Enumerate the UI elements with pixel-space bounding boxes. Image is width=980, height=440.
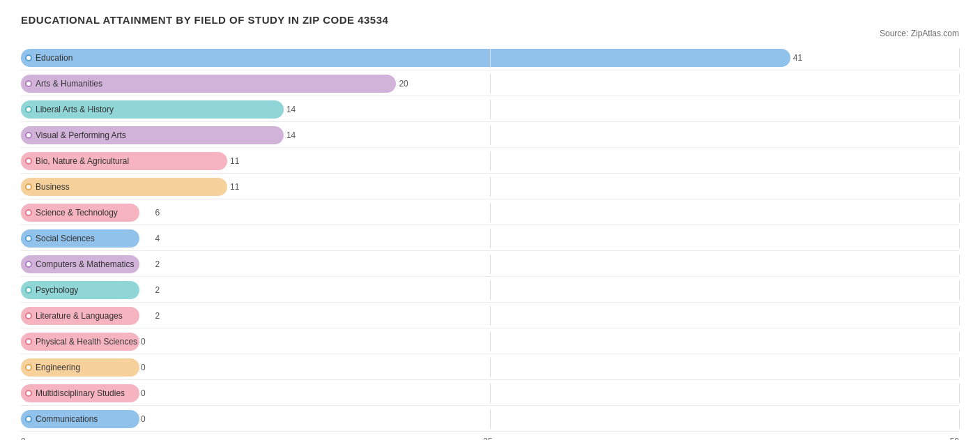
x-label-0: 0 [21, 437, 26, 440]
grid-line-mid [490, 74, 491, 93]
dot-icon [25, 235, 32, 242]
grid-line-mid [490, 151, 491, 171]
bar-value: 6 [155, 208, 160, 218]
bar-value: 14 [286, 130, 296, 140]
grid-line-end [959, 126, 960, 145]
grid-line-end [959, 177, 960, 197]
grid-line-mid [490, 384, 491, 403]
table-row: Social Sciences 4 [21, 226, 959, 251]
table-row: Engineering 0 [21, 355, 959, 380]
dot-icon [25, 80, 32, 87]
table-row: Psychology 2 [21, 278, 959, 303]
table-row: Education 41 [21, 45, 959, 70]
grid-line-mid [490, 409, 491, 429]
x-label-50: 50 [950, 437, 959, 440]
grid-line-end [959, 409, 960, 429]
dot-icon [25, 183, 32, 190]
bar-label: Physical & Health Sciences [21, 333, 144, 351]
bar-label: Bio, Nature & Agricultural [21, 152, 136, 170]
source-label: Source: ZipAtlas.com [21, 29, 959, 38]
dot-icon [25, 209, 32, 216]
bar-value: 11 [230, 182, 239, 192]
bar-label: Visual & Performing Arts [21, 126, 133, 144]
bar-label: Communications [21, 410, 105, 428]
grid-line-mid [490, 48, 491, 68]
grid-line-mid [490, 203, 491, 222]
dot-icon [25, 261, 32, 268]
bar-label: Science & Technology [21, 204, 125, 222]
grid-line-mid [490, 280, 491, 300]
grid-line-end [959, 255, 960, 274]
dot-icon [25, 106, 32, 113]
grid-line-mid [490, 358, 491, 377]
dot-icon [25, 416, 32, 423]
x-axis: 0 25 50 [21, 432, 959, 440]
dot-icon [25, 158, 32, 165]
bar-track [21, 49, 790, 67]
chart-title: EDUCATIONAL ATTAINMENT BY FIELD OF STUDY… [21, 14, 959, 26]
bar-label: Computers & Mathematics [21, 255, 141, 273]
x-label-25: 25 [483, 437, 492, 440]
table-row: Liberal Arts & History 14 [21, 97, 959, 122]
bar-value: 0 [141, 414, 146, 424]
bar-label: Literature & Languages [21, 307, 130, 325]
chart-inner: Education 41 Arts & Humanities 20 [21, 45, 959, 432]
bar-value: 2 [155, 259, 160, 269]
grid-line-end [959, 358, 960, 377]
grid-line-end [959, 151, 960, 171]
bar-value: 0 [141, 363, 146, 372]
grid-line-end [959, 306, 960, 326]
bar-value: 0 [141, 388, 146, 398]
grid-line-end [959, 229, 960, 248]
table-row: Computers & Mathematics 2 [21, 252, 959, 277]
bar-value: 41 [793, 53, 802, 63]
grid-line-mid [490, 306, 491, 326]
grid-line-mid [490, 126, 491, 145]
table-row: Multidisciplinary Studies 0 [21, 381, 959, 406]
table-row: Bio, Nature & Agricultural 11 [21, 149, 959, 174]
bar-value: 4 [155, 234, 160, 243]
table-row: Business 11 [21, 174, 959, 199]
bar-label: Business [21, 178, 77, 196]
grid-line-end [959, 74, 960, 93]
grid-line-end [959, 280, 960, 300]
table-row: Visual & Performing Arts 14 [21, 123, 959, 148]
bar-value: 11 [230, 156, 239, 166]
grid-line-end [959, 384, 960, 403]
bar-label: Arts & Humanities [21, 75, 109, 93]
bar-label: Social Sciences [21, 229, 102, 248]
bar-value: 14 [286, 105, 296, 114]
grid-line-mid [490, 100, 491, 119]
grid-line-end [959, 100, 960, 119]
grid-line-mid [490, 177, 491, 197]
bar-label: Psychology [21, 281, 85, 299]
bar-label: Education [21, 49, 79, 67]
bar-value: 2 [155, 285, 160, 295]
table-row: Physical & Health Sciences 0 [21, 329, 959, 354]
table-row: Communications 0 [21, 407, 959, 432]
dot-icon [25, 390, 32, 397]
bar-value: 20 [399, 79, 408, 89]
grid-line-mid [490, 332, 491, 351]
dot-icon [25, 54, 32, 61]
dot-icon [25, 338, 32, 345]
bar-value: 0 [141, 337, 146, 347]
grid-line-end [959, 332, 960, 351]
grid-line-mid [490, 255, 491, 274]
dot-icon [25, 312, 32, 319]
bar-label: Engineering [21, 358, 87, 377]
grid-line-end [959, 48, 960, 68]
chart-container: Education 41 Arts & Humanities 20 [21, 45, 959, 440]
table-row: Arts & Humanities 20 [21, 71, 959, 96]
dot-icon [25, 132, 32, 139]
table-row: Science & Technology 6 [21, 200, 959, 225]
bar-value: 2 [155, 311, 160, 321]
grid-line-end [959, 203, 960, 222]
grid-line-mid [490, 229, 491, 248]
table-row: Literature & Languages 2 [21, 303, 959, 328]
dot-icon [25, 287, 32, 294]
bar-label: Liberal Arts & History [21, 100, 121, 119]
bar-label: Multidisciplinary Studies [21, 384, 132, 402]
dot-icon [25, 364, 32, 371]
